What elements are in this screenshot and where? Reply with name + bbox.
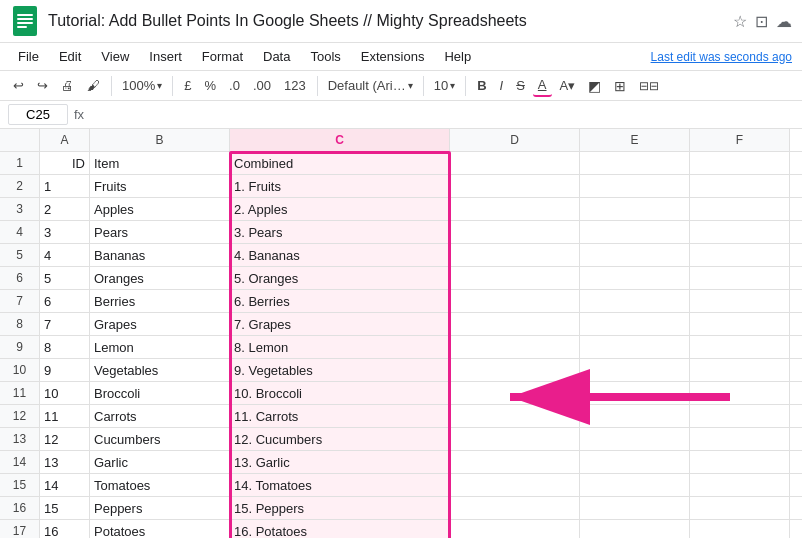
cell-a-6[interactable]: 5	[40, 267, 90, 289]
cell-f-3[interactable]	[690, 198, 790, 220]
cell-b-11[interactable]: Broccoli	[90, 382, 230, 404]
cell-f-16[interactable]	[690, 497, 790, 519]
cell-a-5[interactable]: 4	[40, 244, 90, 266]
cell-d-1[interactable]	[450, 152, 580, 174]
col-header-c[interactable]: C	[230, 129, 450, 151]
cell-reference[interactable]	[8, 104, 68, 125]
cell-b-2[interactable]: Fruits	[90, 175, 230, 197]
borders-button[interactable]: ⊞	[609, 75, 631, 97]
italic-button[interactable]: I	[495, 75, 509, 96]
cell-d-8[interactable]	[450, 313, 580, 335]
cell-f-8[interactable]	[690, 313, 790, 335]
cell-f-6[interactable]	[690, 267, 790, 289]
cell-e-9[interactable]	[580, 336, 690, 358]
cell-b-8[interactable]: Grapes	[90, 313, 230, 335]
cell-f-13[interactable]	[690, 428, 790, 450]
cell-a-3[interactable]: 2	[40, 198, 90, 220]
strikethrough-button[interactable]: S	[511, 75, 530, 96]
cell-a-14[interactable]: 13	[40, 451, 90, 473]
star-icon[interactable]: ☆	[733, 12, 747, 31]
cell-e-7[interactable]	[580, 290, 690, 312]
cell-b-14[interactable]: Garlic	[90, 451, 230, 473]
cell-c-1[interactable]: Combined	[230, 152, 450, 174]
cell-d-16[interactable]	[450, 497, 580, 519]
cell-c-8[interactable]: 7. Grapes	[230, 313, 450, 335]
cell-a-9[interactable]: 8	[40, 336, 90, 358]
cell-c-6[interactable]: 5. Oranges	[230, 267, 450, 289]
cell-b-16[interactable]: Peppers	[90, 497, 230, 519]
col-header-a[interactable]: A	[40, 129, 90, 151]
cell-e-5[interactable]	[580, 244, 690, 266]
highlight-button[interactable]: ◩	[583, 75, 606, 97]
cell-b-1[interactable]: Item	[90, 152, 230, 174]
cell-d-6[interactable]	[450, 267, 580, 289]
cell-f-4[interactable]	[690, 221, 790, 243]
cell-b-15[interactable]: Tomatoes	[90, 474, 230, 496]
cell-c-3[interactable]: 2. Apples	[230, 198, 450, 220]
col-header-f[interactable]: F	[690, 129, 790, 151]
cell-e-4[interactable]	[580, 221, 690, 243]
cell-c-17[interactable]: 16. Potatoes	[230, 520, 450, 538]
cell-e-2[interactable]	[580, 175, 690, 197]
cell-d-14[interactable]	[450, 451, 580, 473]
cell-d-11[interactable]	[450, 382, 580, 404]
cell-b-17[interactable]: Potatoes	[90, 520, 230, 538]
format123-button[interactable]: 123	[279, 75, 311, 96]
cell-b-7[interactable]: Berries	[90, 290, 230, 312]
cell-e-16[interactable]	[580, 497, 690, 519]
cell-d-12[interactable]	[450, 405, 580, 427]
cell-f-12[interactable]	[690, 405, 790, 427]
cell-c-10[interactable]: 9. Vegetables	[230, 359, 450, 381]
cell-a-16[interactable]: 15	[40, 497, 90, 519]
currency-button[interactable]: £	[179, 75, 196, 96]
cell-c-7[interactable]: 6. Berries	[230, 290, 450, 312]
cell-d-4[interactable]	[450, 221, 580, 243]
cell-e-10[interactable]	[580, 359, 690, 381]
cell-b-9[interactable]: Lemon	[90, 336, 230, 358]
format-paint-button[interactable]: 🖌	[82, 75, 105, 96]
cell-e-13[interactable]	[580, 428, 690, 450]
cell-f-15[interactable]	[690, 474, 790, 496]
menu-help[interactable]: Help	[436, 45, 479, 68]
cell-c-2[interactable]: 1. Fruits	[230, 175, 450, 197]
cell-f-14[interactable]	[690, 451, 790, 473]
redo-button[interactable]: ↪	[32, 75, 53, 96]
cell-f-2[interactable]	[690, 175, 790, 197]
cell-c-11[interactable]: 10. Broccoli	[230, 382, 450, 404]
cell-d-17[interactable]	[450, 520, 580, 538]
percent-button[interactable]: %	[199, 75, 221, 96]
bold-button[interactable]: B	[472, 75, 491, 96]
menu-insert[interactable]: Insert	[141, 45, 190, 68]
cell-e-6[interactable]	[580, 267, 690, 289]
cell-a-10[interactable]: 9	[40, 359, 90, 381]
menu-view[interactable]: View	[93, 45, 137, 68]
cell-e-1[interactable]	[580, 152, 690, 174]
underline-button[interactable]: A	[533, 74, 552, 97]
cell-d-7[interactable]	[450, 290, 580, 312]
decimal1-button[interactable]: .0	[224, 75, 245, 96]
cell-f-5[interactable]	[690, 244, 790, 266]
cell-b-3[interactable]: Apples	[90, 198, 230, 220]
cell-d-2[interactable]	[450, 175, 580, 197]
undo-button[interactable]: ↩	[8, 75, 29, 96]
menu-file[interactable]: File	[10, 45, 47, 68]
cell-d-15[interactable]	[450, 474, 580, 496]
cell-c-9[interactable]: 8. Lemon	[230, 336, 450, 358]
cell-c-5[interactable]: 4. Bananas	[230, 244, 450, 266]
cell-e-15[interactable]	[580, 474, 690, 496]
merge-button[interactable]: ⊟⊟	[634, 76, 664, 96]
col-header-e[interactable]: E	[580, 129, 690, 151]
cell-e-3[interactable]	[580, 198, 690, 220]
cell-a-7[interactable]: 6	[40, 290, 90, 312]
cell-e-8[interactable]	[580, 313, 690, 335]
cell-f-10[interactable]	[690, 359, 790, 381]
cell-c-12[interactable]: 11. Carrots	[230, 405, 450, 427]
formula-input[interactable]	[90, 107, 794, 122]
cell-b-12[interactable]: Carrots	[90, 405, 230, 427]
cell-c-16[interactable]: 15. Peppers	[230, 497, 450, 519]
decimal2-button[interactable]: .00	[248, 75, 276, 96]
cell-f-11[interactable]	[690, 382, 790, 404]
cell-c-4[interactable]: 3. Pears	[230, 221, 450, 243]
cell-e-17[interactable]	[580, 520, 690, 538]
cell-a-8[interactable]: 7	[40, 313, 90, 335]
